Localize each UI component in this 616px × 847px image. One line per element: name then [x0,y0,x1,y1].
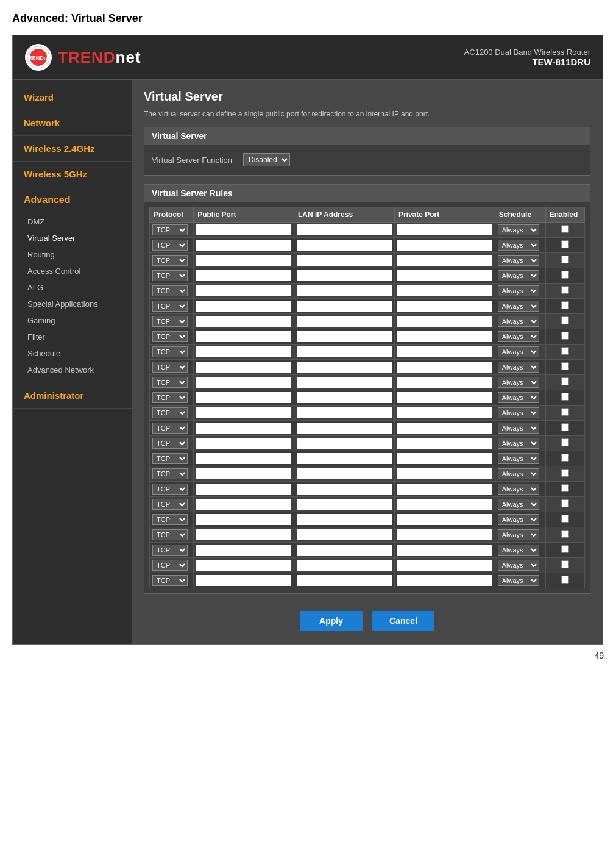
protocol-select[interactable]: TCPUDPBoth [152,499,188,510]
schedule-select[interactable]: Always [498,514,539,525]
sidebar-item-advanced-network[interactable]: Advanced Network [13,362,132,378]
schedule-select[interactable]: Always [498,484,539,495]
public-port-input[interactable] [196,392,291,403]
private-port-input[interactable] [397,575,492,586]
protocol-select[interactable]: TCPUDPBoth [152,545,188,556]
schedule-select[interactable]: Always [498,224,539,235]
protocol-select[interactable]: TCPUDPBoth [152,285,188,296]
private-port-input[interactable] [397,240,492,251]
lan-ip-input[interactable] [297,545,392,556]
public-port-input[interactable] [196,346,291,357]
schedule-select[interactable]: Always [498,346,539,357]
lan-ip-input[interactable] [297,560,392,571]
protocol-select[interactable]: TCPUDPBoth [152,407,188,418]
schedule-select[interactable]: Always [498,377,539,388]
enabled-checkbox[interactable] [561,499,569,507]
lan-ip-input[interactable] [297,484,392,495]
lan-ip-input[interactable] [297,392,392,403]
public-port-input[interactable] [196,575,291,586]
lan-ip-input[interactable] [297,270,392,281]
schedule-select[interactable]: Always [498,423,539,434]
private-port-input[interactable] [397,484,492,495]
public-port-input[interactable] [196,270,291,281]
schedule-select[interactable]: Always [498,240,539,251]
public-port-input[interactable] [196,438,291,449]
protocol-select[interactable]: TCPUDPBoth [152,468,188,479]
protocol-select[interactable]: TCPUDPBoth [152,331,188,342]
enabled-checkbox[interactable] [561,347,569,355]
protocol-select[interactable]: TCPUDPBoth [152,240,188,251]
lan-ip-input[interactable] [297,438,392,449]
lan-ip-input[interactable] [297,255,392,266]
private-port-input[interactable] [397,377,492,388]
sidebar-item-access-control[interactable]: Access Control [13,263,132,279]
public-port-input[interactable] [196,362,291,373]
enabled-checkbox[interactable] [561,332,569,340]
lan-ip-input[interactable] [297,529,392,540]
vs-function-select[interactable]: Disabled Enabled [243,153,290,166]
protocol-select[interactable]: TCPUDPBoth [152,316,188,327]
enabled-checkbox[interactable] [561,545,569,553]
private-port-input[interactable] [397,529,492,540]
public-port-input[interactable] [196,255,291,266]
protocol-select[interactable]: TCPUDPBoth [152,484,188,495]
protocol-select[interactable]: TCPUDPBoth [152,346,188,357]
protocol-select[interactable]: TCPUDPBoth [152,575,188,586]
lan-ip-input[interactable] [297,285,392,296]
enabled-checkbox[interactable] [561,362,569,370]
lan-ip-input[interactable] [297,240,392,251]
private-port-input[interactable] [397,438,492,449]
protocol-select[interactable]: TCPUDPBoth [152,423,188,434]
enabled-checkbox[interactable] [561,408,569,416]
schedule-select[interactable]: Always [498,529,539,540]
enabled-checkbox[interactable] [561,316,569,324]
schedule-select[interactable]: Always [498,560,539,571]
protocol-select[interactable]: TCPUDPBoth [152,438,188,449]
schedule-select[interactable]: Always [498,285,539,296]
schedule-select[interactable]: Always [498,438,539,449]
private-port-input[interactable] [397,514,492,525]
public-port-input[interactable] [196,377,291,388]
enabled-checkbox[interactable] [561,256,569,263]
protocol-select[interactable]: TCPUDPBoth [152,529,188,540]
private-port-input[interactable] [397,316,492,327]
lan-ip-input[interactable] [297,575,392,586]
sidebar-item-wizard[interactable]: Wizard [13,85,132,110]
private-port-input[interactable] [397,560,492,571]
schedule-select[interactable]: Always [498,545,539,556]
protocol-select[interactable]: TCPUDPBoth [152,453,188,464]
sidebar-item-alg[interactable]: ALG [13,279,132,296]
apply-button[interactable]: Apply [300,611,363,631]
lan-ip-input[interactable] [297,346,392,357]
lan-ip-input[interactable] [297,316,392,327]
schedule-select[interactable]: Always [498,392,539,403]
enabled-checkbox[interactable] [561,286,569,294]
schedule-select[interactable]: Always [498,270,539,281]
public-port-input[interactable] [196,514,291,525]
enabled-checkbox[interactable] [561,515,569,523]
sidebar-item-network[interactable]: Network [13,110,132,136]
protocol-select[interactable]: TCPUDPBoth [152,514,188,525]
public-port-input[interactable] [196,224,291,235]
enabled-checkbox[interactable] [561,576,569,584]
sidebar-item-wireless24[interactable]: Wireless 2.4GHz [13,136,132,162]
private-port-input[interactable] [397,468,492,479]
private-port-input[interactable] [397,392,492,403]
enabled-checkbox[interactable] [561,484,569,492]
enabled-checkbox[interactable] [561,560,569,568]
lan-ip-input[interactable] [297,499,392,510]
enabled-checkbox[interactable] [561,469,569,477]
lan-ip-input[interactable] [297,468,392,479]
enabled-checkbox[interactable] [561,530,569,538]
lan-ip-input[interactable] [297,407,392,418]
private-port-input[interactable] [397,545,492,556]
lan-ip-input[interactable] [297,514,392,525]
schedule-select[interactable]: Always [498,468,539,479]
sidebar-item-wireless5[interactable]: Wireless 5GHz [13,162,132,187]
public-port-input[interactable] [196,545,291,556]
schedule-select[interactable]: Always [498,255,539,266]
sidebar-item-routing[interactable]: Routing [13,246,132,263]
lan-ip-input[interactable] [297,423,392,434]
schedule-select[interactable]: Always [498,331,539,342]
schedule-select[interactable]: Always [498,301,539,312]
